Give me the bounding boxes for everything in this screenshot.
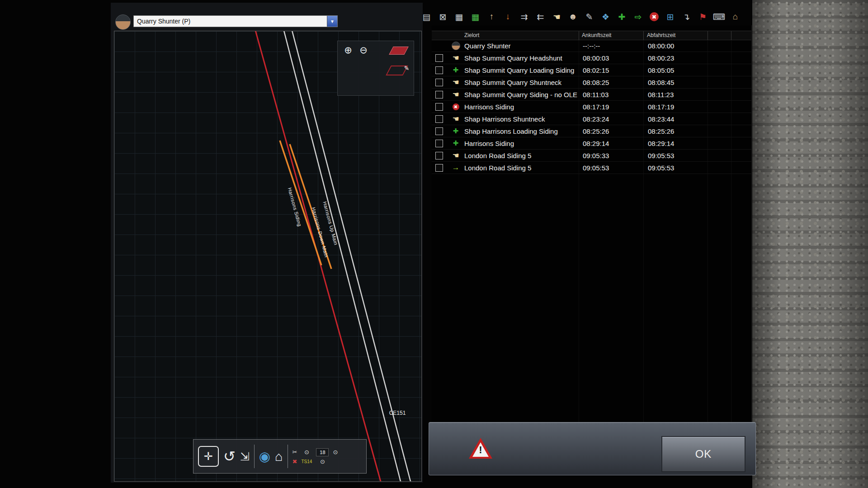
grid-large-icon[interactable]: ▦ xyxy=(469,11,481,23)
row-checkbox[interactable] xyxy=(435,79,443,86)
pan-tool-icon[interactable]: ✛ xyxy=(198,446,219,467)
row-checkbox[interactable] xyxy=(435,127,443,135)
row-departure: 09:05:53 xyxy=(644,164,709,172)
row-arrival: 09:05:33 xyxy=(579,152,644,160)
hand-icon: ☚ xyxy=(451,114,461,124)
table-row[interactable]: ✖ Harrisons Siding 08:17:19 08:17:19 xyxy=(432,101,751,113)
dial-icon[interactable]: ⊙ xyxy=(333,449,338,455)
raise-icon[interactable]: ↑ xyxy=(486,11,498,23)
row-departure: 08:11:23 xyxy=(644,91,709,99)
marker-draw-icon[interactable]: ✎ xyxy=(386,66,408,75)
zoom-in-icon[interactable]: ⊕ xyxy=(341,44,355,56)
flag-icon[interactable]: ⚑ xyxy=(697,11,709,23)
copy-add-icon[interactable]: ⊞ xyxy=(664,11,676,23)
add-stop-icon: ✚ xyxy=(451,127,461,135)
table-row[interactable]: ✚ Harrisons Siding 08:29:14 08:29:14 xyxy=(432,137,751,150)
add-stop-icon[interactable]: ✚ xyxy=(616,11,628,23)
row-checkbox[interactable] xyxy=(435,140,443,147)
row-departure: 08:08:45 xyxy=(644,79,709,86)
map-zoom-panel: ⊕ ⊖ ✎ xyxy=(337,41,414,96)
row-destination: Harrisons Siding xyxy=(464,140,579,147)
row-destination: Quarry Shunter xyxy=(464,42,579,50)
remove-stop-icon[interactable]: ✖ xyxy=(650,12,659,21)
dial-icon[interactable]: ⊙ xyxy=(320,458,325,465)
scissors-icon[interactable]: ✂ xyxy=(292,449,297,455)
row-destination: Shap Summit Quarry Siding - no OLE xyxy=(464,91,579,99)
zoom-out-icon[interactable]: ⊖ xyxy=(357,44,370,56)
table-row[interactable]: ☚ Shap Summit Quarry Shuntneck 08:08:25 … xyxy=(432,76,751,89)
counter-value: 18 xyxy=(316,448,329,456)
dial-icon[interactable]: ⊙ xyxy=(304,449,309,455)
table-row[interactable]: Quarry Shunter --:--:-- 08:00:00 xyxy=(432,40,751,52)
row-destination: Shap Summit Quarry Loading Siding xyxy=(464,66,579,74)
delete-icon[interactable]: ⊠ xyxy=(437,11,449,23)
hand-icon: ☚ xyxy=(451,78,461,87)
marker-shape-icon[interactable] xyxy=(389,47,409,55)
map-overlay-controls: ✂ ⊙ 18 ⊙ ✖ TS14 ⊙ xyxy=(292,448,338,465)
route-highlight-1 xyxy=(280,141,321,265)
row-checkbox[interactable] xyxy=(435,115,443,123)
world-background xyxy=(752,0,868,488)
ok-button[interactable]: OK xyxy=(661,436,745,472)
fit-view-icon[interactable]: ⇲ xyxy=(240,450,250,463)
rotate-tool-icon[interactable]: ↺ xyxy=(223,448,236,465)
row-arrival: 08:02:15 xyxy=(579,66,644,74)
column-ankunftszeit: Ankunftszeit xyxy=(582,31,611,40)
row-checkbox[interactable] xyxy=(435,91,443,99)
edit-icon[interactable]: ✎ xyxy=(583,11,595,23)
row-arrival: 08:23:24 xyxy=(579,115,644,123)
row-departure: 08:05:05 xyxy=(644,66,709,74)
row-arrival: 08:08:25 xyxy=(579,79,644,86)
driver-icon xyxy=(451,42,461,50)
table-row[interactable]: ✚ Shap Summit Quarry Loading Siding 08:0… xyxy=(432,64,751,76)
map-panel: Quarry Shunter (P) Harrisons Siding Harr… xyxy=(111,3,423,483)
keyboard-icon[interactable]: ⌨ xyxy=(713,11,725,23)
row-checkbox[interactable] xyxy=(435,54,443,62)
add-route-icon[interactable]: ⇨ xyxy=(632,11,644,23)
row-checkbox[interactable] xyxy=(435,66,443,74)
track-map[interactable]: Harrisons Siding Harrisons Up Main Harri… xyxy=(114,31,422,482)
import-icon[interactable]: ↴ xyxy=(680,11,693,23)
row-arrival: 08:29:14 xyxy=(579,140,644,147)
train-selector-value: Quarry Shunter (P) xyxy=(134,18,327,25)
dropdown-arrow-icon[interactable] xyxy=(327,16,337,27)
column-divider xyxy=(731,31,731,40)
row-checkbox[interactable] xyxy=(435,152,443,160)
toolbar-divider xyxy=(288,445,288,468)
row-departure: 08:29:14 xyxy=(644,140,709,147)
column-zielort: Zielort xyxy=(464,31,479,40)
home-view-icon[interactable]: ⌂ xyxy=(275,449,283,464)
row-checkbox[interactable] xyxy=(435,164,443,172)
train-selector[interactable]: Quarry Shunter (P) xyxy=(133,15,338,27)
row-arrival: --:--:-- xyxy=(579,42,644,50)
row-arrival: 08:17:19 xyxy=(579,103,644,111)
table-row[interactable]: ✚ Shap Harrisons Loading Siding 08:25:26… xyxy=(432,125,751,137)
hand-tool-icon[interactable]: ☚ xyxy=(551,11,563,23)
grid-small-icon[interactable]: ▦ xyxy=(453,11,465,23)
lower-icon[interactable]: ↓ xyxy=(502,11,514,23)
row-checkbox[interactable] xyxy=(435,103,443,111)
save-icon[interactable]: ▤ xyxy=(420,11,433,23)
table-row[interactable]: ☚ Shap Summit Quarry Headshunt 08:00:03 … xyxy=(432,52,751,64)
row-destination: London Road Siding 5 xyxy=(464,164,579,172)
remove-stop-icon: ✖ xyxy=(451,103,461,110)
driver-avatar[interactable] xyxy=(115,14,131,30)
goto-icon: → xyxy=(451,163,461,172)
world-view-icon[interactable]: ◉ xyxy=(259,449,270,464)
hand-icon: ☚ xyxy=(451,53,461,63)
column-divider xyxy=(708,31,708,40)
driver-tool-icon[interactable]: ☻ xyxy=(567,11,579,23)
tiles-icon[interactable]: ❖ xyxy=(599,11,612,23)
table-row[interactable]: → London Road Siding 5 09:05:53 09:05:53 xyxy=(432,162,751,174)
row-departure: 09:05:53 xyxy=(644,152,709,160)
table-row[interactable]: ☚ Shap Summit Quarry Siding - no OLE 08:… xyxy=(432,89,751,101)
warning-icon-mark: ! xyxy=(469,444,492,456)
hand-icon: ☚ xyxy=(451,90,461,99)
table-row[interactable]: ☚ Shap Harrisons Shuntneck 08:23:24 08:2… xyxy=(432,113,751,125)
track-up-main xyxy=(283,31,401,481)
signal-icon[interactable]: ✖ xyxy=(292,458,297,465)
table-row[interactable]: ☚ London Road Siding 5 09:05:33 09:05:53 xyxy=(432,150,751,162)
depot-icon[interactable]: ⌂ xyxy=(729,11,741,23)
shift-left-icon[interactable]: ⇇ xyxy=(534,11,547,23)
shift-right-icon[interactable]: ⇉ xyxy=(518,11,530,23)
